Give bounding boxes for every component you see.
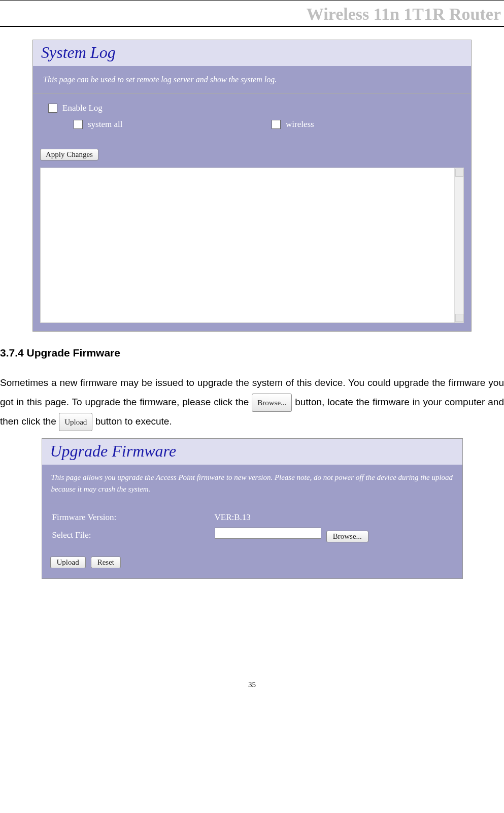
upload-button-inline: Upload	[59, 413, 92, 431]
system-log-screenshot: System Log This page can be used to set …	[32, 40, 472, 332]
firmware-version-label: Firmware Version:	[52, 512, 215, 523]
upgrade-firmware-screenshot: Upgrade Firmware This page allows you up…	[42, 438, 463, 579]
system-all-label: system all	[88, 119, 122, 129]
upgrade-firmware-subtitle: This page allows you upgrade the Access …	[42, 465, 462, 504]
system-log-subtitle: This page can be used to set remote log …	[33, 66, 471, 94]
page-number: 35	[0, 680, 504, 694]
select-file-label: Select File:	[52, 530, 215, 540]
browse-button[interactable]: Browse...	[326, 531, 368, 542]
log-output-box[interactable]	[40, 168, 464, 323]
section-paragraph: Sometimes a new firmware may be issued t…	[0, 373, 504, 431]
wireless-checkbox[interactable]	[272, 120, 281, 129]
system-log-header: System Log	[33, 40, 471, 66]
file-path-input[interactable]	[215, 528, 321, 539]
system-log-title: System Log	[41, 43, 116, 61]
system-all-option: system all	[74, 119, 272, 129]
para-part-3: button to execute.	[95, 416, 172, 427]
select-file-row: Select File: Browse...	[52, 528, 452, 542]
scroll-up-icon[interactable]	[455, 169, 463, 177]
doc-title: Wireless 11n 1T1R Router	[307, 5, 501, 23]
upgrade-firmware-title: Upgrade Firmware	[50, 442, 177, 460]
log-sub-options: system all wireless	[48, 119, 456, 129]
apply-changes-button[interactable]: Apply Changes	[40, 149, 98, 160]
scroll-down-icon[interactable]	[455, 314, 463, 322]
upgrade-firmware-fields: Firmware Version: VER:B.13 Select File: …	[42, 504, 462, 551]
page-header: Wireless 11n 1T1R Router	[0, 0, 504, 27]
system-log-options: Enable Log system all wireless	[33, 94, 471, 149]
system-all-checkbox[interactable]	[74, 120, 83, 129]
wireless-option: wireless	[272, 119, 314, 129]
upload-button[interactable]: Upload	[50, 557, 86, 568]
enable-log-row: Enable Log	[48, 103, 456, 113]
reset-button[interactable]: Reset	[91, 557, 121, 568]
firmware-version-value: VER:B.13	[215, 512, 452, 523]
firmware-version-row: Firmware Version: VER:B.13	[52, 512, 452, 523]
section-heading: 3.7.4 Upgrade Firmware	[0, 347, 504, 359]
upgrade-firmware-header: Upgrade Firmware	[42, 439, 462, 465]
browse-button-inline: Browse...	[252, 394, 292, 412]
upgrade-button-row: Upload Reset	[42, 551, 462, 578]
enable-log-label: Enable Log	[62, 103, 103, 113]
enable-log-checkbox[interactable]	[48, 104, 57, 113]
wireless-label: wireless	[286, 119, 314, 129]
select-file-value: Browse...	[215, 528, 452, 542]
scrollbar[interactable]	[454, 168, 463, 322]
